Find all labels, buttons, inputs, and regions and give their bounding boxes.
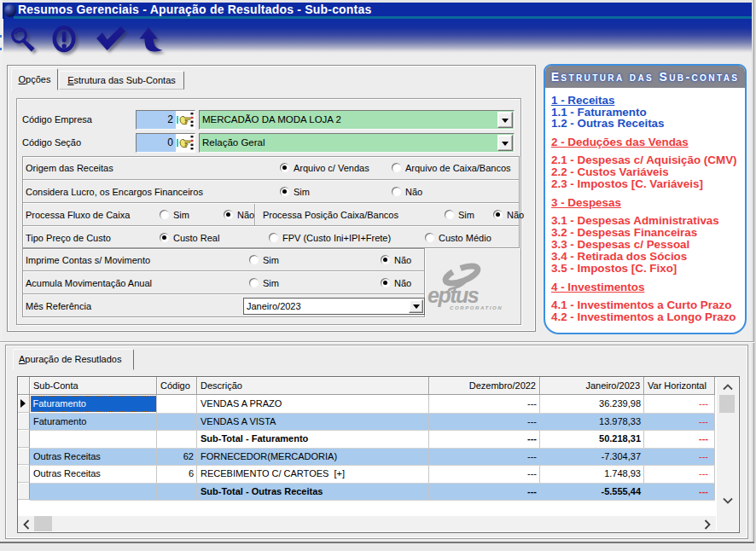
svg-text:CORPORATION: CORPORATION	[450, 305, 503, 310]
svg-text:eptus: eptus	[427, 283, 480, 307]
